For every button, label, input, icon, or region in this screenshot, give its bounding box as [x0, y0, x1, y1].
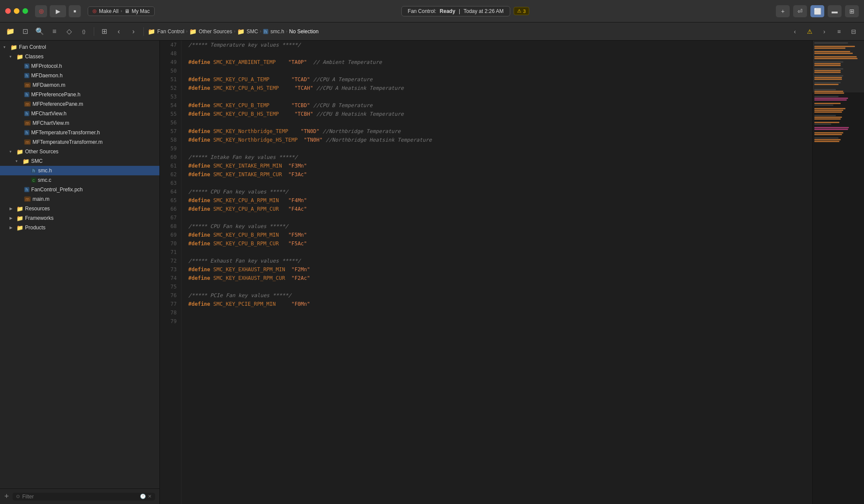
- bookmark-btn[interactable]: ◇: [63, 25, 75, 38]
- code-area[interactable]: /***** Temperature key values *****/ #de…: [181, 41, 812, 504]
- tree-item-mfpref-h[interactable]: h MFPreferencePane.h: [0, 90, 159, 99]
- tree-item-mfdaemon-h[interactable]: h MFDaemon.h: [0, 71, 159, 80]
- warn-indicator-icon: ⚠: [807, 28, 813, 35]
- folder-icon-btn[interactable]: 📁: [4, 25, 16, 38]
- mm-line: [814, 63, 841, 64]
- file-icon-mfdaemon-m: m: [24, 82, 31, 88]
- kw-51: #define: [188, 76, 213, 82]
- status-app: Fan Control:: [408, 8, 436, 14]
- tree-item-fancontrol-root[interactable]: ▾ 📁 Fan Control: [0, 42, 159, 52]
- code-line-68: /***** CPU Fan key values *****/: [188, 222, 812, 231]
- play-button[interactable]: ▶: [50, 5, 66, 17]
- code-line-64: /***** CPU Fan key values *****/: [188, 187, 812, 196]
- tree-item-mainm[interactable]: m main.m: [0, 194, 159, 204]
- tree-item-products[interactable]: ▶ 📁 Products: [0, 223, 159, 232]
- tree-item-frameworks[interactable]: ▶ 📁 Frameworks: [0, 213, 159, 223]
- grid-btn[interactable]: ⊞: [98, 25, 110, 38]
- file-tree[interactable]: ▾ 📁 Fan Control ▾ 📁 Classes h MFProtocol…: [0, 41, 159, 488]
- code-btn[interactable]: {}: [78, 25, 90, 38]
- breadcrumb-othersources[interactable]: 📁 Other Sources: [189, 28, 232, 35]
- str-73: "F2Mn": [291, 266, 310, 273]
- line-63: 63: [160, 179, 181, 187]
- breadcrumb-nav: 📁 Fan Control › 📁 Other Sources › 📁 SMC …: [148, 28, 786, 35]
- warning-toolbar-btn[interactable]: ⊡: [19, 25, 31, 38]
- tree-item-prefix[interactable]: h FanControl_Prefix.pch: [0, 185, 159, 194]
- mm-line: [814, 127, 849, 128]
- sp-62: [282, 171, 288, 178]
- tree-item-mfchartview-h[interactable]: h MFChartView.h: [0, 109, 159, 118]
- enter-button[interactable]: ⏎: [793, 5, 807, 17]
- status-pill: Fan Control: Ready | Today at 2:26 AM: [401, 6, 510, 16]
- tree-arrow-othersources: ▾: [10, 149, 15, 154]
- kw-54: #define: [188, 102, 213, 108]
- stop-button[interactable]: ■: [69, 5, 81, 17]
- add-tab-button[interactable]: +: [776, 5, 790, 17]
- nav-next-btn[interactable]: ›: [818, 25, 830, 38]
- layout-btn-3[interactable]: ⊞: [845, 5, 859, 17]
- layout-btn-2[interactable]: ▬: [828, 5, 842, 17]
- line-68: 68: [160, 222, 181, 231]
- mm-line: [814, 65, 841, 66]
- tree-item-smc-folder[interactable]: ▾ 📁 SMC: [0, 156, 159, 166]
- toolbar-separator-1: [94, 27, 94, 36]
- tree-item-smch[interactable]: h smc.h: [0, 166, 159, 175]
- tree-item-mfpref-m[interactable]: m MFPreferencePane.m: [0, 99, 159, 109]
- layout-btn-1[interactable]: ⬜: [810, 5, 824, 17]
- scheme-icon-button[interactable]: ◎: [35, 5, 47, 17]
- filter-input[interactable]: [22, 494, 137, 500]
- tree-item-mftempxfm-h[interactable]: h MFTemperatureTransformer.h: [0, 128, 159, 137]
- lines-btn[interactable]: ≡: [833, 25, 845, 38]
- tree-item-classes[interactable]: ▾ 📁 Classes: [0, 52, 159, 61]
- breadcrumb-sep-1: ›: [186, 29, 187, 34]
- tree-item-mfchartview-m[interactable]: m MFChartView.m: [0, 118, 159, 128]
- breadcrumb-smc[interactable]: 📁 SMC: [237, 28, 258, 35]
- scheme-selector[interactable]: ◎ Make All › 🖥 My Mac: [88, 6, 155, 16]
- breadcrumb-fancontrol[interactable]: 📁 Fan Control: [148, 28, 184, 35]
- scheme-icon-small: ◎: [92, 8, 97, 14]
- tree-item-mfdaemon-m[interactable]: m MFDaemon.m: [0, 80, 159, 90]
- device-icon: 🖥: [124, 8, 130, 14]
- bookmark-icon: ◇: [67, 27, 72, 35]
- split-btn[interactable]: ⊟: [848, 25, 860, 38]
- code-line-47: /***** Temperature key values *****/: [188, 41, 812, 49]
- minimap-content: [813, 41, 864, 144]
- code-icon: {}: [82, 29, 85, 34]
- search-toolbar-btn[interactable]: 🔍: [34, 25, 46, 38]
- line-48: 48: [160, 49, 181, 58]
- tree-item-mftempxfm-m[interactable]: m MFTemperatureTransformer.m: [0, 137, 159, 147]
- add-file-button[interactable]: +: [4, 492, 9, 501]
- line-75: 75: [160, 282, 181, 291]
- tree-item-othersources[interactable]: ▾ 📁 Other Sources: [0, 147, 159, 156]
- tree-arrow-products: ▶: [10, 225, 15, 230]
- code-line-77: #define SMC_KEY_PCIE_RPM_MIN "F0Mn": [188, 300, 812, 308]
- code-comment-72: /***** Exhaust Fan key values *****/: [188, 258, 301, 264]
- breadcrumb-sep-4: ›: [286, 29, 287, 34]
- sp-69: [279, 232, 289, 238]
- breadcrumb-folder-icon-3: 📁: [237, 28, 245, 35]
- filter-recent-icon[interactable]: 🕐: [140, 494, 146, 499]
- mm-blank: [814, 101, 862, 102]
- warning-badge[interactable]: ⚠ 3: [514, 7, 529, 15]
- breadcrumb-smch[interactable]: h smc.h: [263, 29, 284, 35]
- str-74: "F2Ac": [291, 275, 310, 281]
- cmt-49: // Ambient Temperature: [307, 59, 382, 65]
- tree-item-smcc[interactable]: c smc.c: [0, 175, 159, 185]
- nav-prev-btn[interactable]: ‹: [789, 25, 801, 38]
- warn-indicator[interactable]: ⚠: [804, 25, 816, 38]
- close-button[interactable]: [5, 8, 11, 14]
- forward-btn[interactable]: ›: [127, 25, 140, 38]
- mm-line: [814, 132, 843, 133]
- str-61: "F3Mn": [288, 163, 307, 169]
- tree-item-mfprotocol[interactable]: h MFProtocol.h: [0, 61, 159, 71]
- back-btn[interactable]: ‹: [113, 25, 125, 38]
- hierarchy-btn[interactable]: ≡: [48, 25, 60, 38]
- mm-line: [814, 105, 833, 106]
- filter-options-icon[interactable]: ✕: [148, 494, 152, 499]
- tree-item-resources[interactable]: ▶ 📁 Resources: [0, 204, 159, 213]
- minimap[interactable]: [812, 41, 864, 504]
- mm-line: [814, 110, 843, 111]
- fullscreen-button[interactable]: [22, 8, 28, 14]
- line-62: 62: [160, 170, 181, 179]
- minimize-button[interactable]: [14, 8, 19, 14]
- code-line-59: [188, 144, 812, 153]
